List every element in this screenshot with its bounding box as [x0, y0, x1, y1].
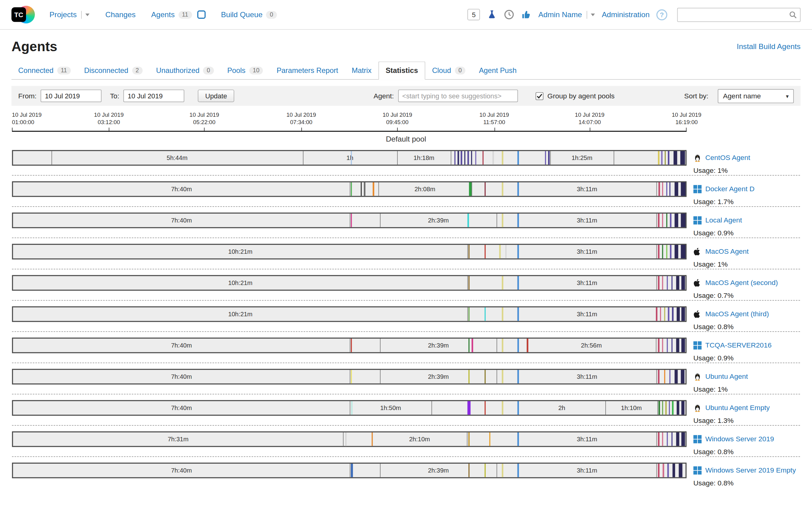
tab-disconnected[interactable]: Disconnected2 [78, 62, 149, 79]
build-stripe[interactable] [468, 307, 469, 321]
tab-pools[interactable]: Pools10 [221, 62, 270, 79]
build-stripe[interactable] [659, 182, 660, 196]
agent-name-link[interactable]: Docker Agent D [705, 184, 755, 194]
build-stripe[interactable] [468, 276, 469, 290]
agent-name-link[interactable]: MacOS Agent (third) [705, 309, 769, 319]
tab-matrix[interactable]: Matrix [345, 62, 378, 79]
build-stripe[interactable] [658, 370, 659, 383]
build-stripe[interactable] [668, 307, 669, 321]
build-stripe[interactable] [505, 245, 506, 258]
build-stripe[interactable] [664, 307, 665, 321]
build-stripe[interactable] [658, 245, 659, 258]
build-stripe[interactable] [471, 339, 473, 352]
build-stripe[interactable] [673, 151, 677, 165]
build-stripe[interactable] [502, 370, 503, 383]
build-stripe[interactable] [468, 464, 469, 477]
agent-name-link[interactable]: Windows Server 2019 Empty [705, 465, 796, 475]
build-stripe[interactable] [671, 432, 673, 446]
build-stripe[interactable] [518, 307, 519, 321]
tab-connected[interactable]: Connected11 [11, 62, 77, 79]
thumbs-up-icon[interactable] [521, 9, 531, 20]
build-stripe[interactable] [351, 339, 352, 352]
build-stripe[interactable] [673, 464, 675, 477]
build-stripe[interactable] [502, 307, 503, 321]
build-stripe[interactable] [518, 182, 519, 196]
build-stripe[interactable] [677, 307, 680, 321]
agent-name-link[interactable]: TCQA-SERVER2016 [705, 341, 772, 350]
group-by-pools-checkbox[interactable] [535, 92, 544, 100]
build-stripe[interactable] [682, 276, 685, 290]
build-stripe[interactable] [351, 370, 352, 383]
build-stripe[interactable] [681, 214, 686, 227]
build-stripe[interactable] [662, 276, 663, 290]
search-input[interactable] [677, 8, 801, 22]
nav-item-projects[interactable]: Projects [50, 10, 90, 19]
agent-name-link[interactable]: Ubuntu Agent [705, 372, 748, 381]
build-stripe[interactable] [464, 151, 465, 165]
build-stripe[interactable] [664, 370, 665, 383]
build-stripe[interactable] [660, 307, 661, 321]
build-stripe[interactable] [468, 245, 469, 258]
build-stripe[interactable] [666, 245, 667, 258]
build-stripe[interactable] [682, 339, 685, 352]
help-icon[interactable]: ? [657, 9, 667, 20]
build-stripe[interactable] [663, 464, 664, 477]
build-stripe[interactable] [662, 245, 663, 258]
build-stripe[interactable] [454, 151, 455, 165]
build-stripe[interactable] [471, 151, 472, 165]
build-stripe[interactable] [518, 151, 519, 165]
build-stripe[interactable] [502, 401, 503, 415]
build-stripe[interactable] [484, 401, 486, 415]
build-stripe[interactable] [518, 245, 519, 258]
build-stripe[interactable] [659, 401, 660, 415]
nav-item-agents[interactable]: Agents11 [151, 10, 205, 19]
agent-name-link[interactable]: Local Agent [705, 215, 742, 225]
build-stripe[interactable] [468, 339, 469, 352]
build-stripe[interactable] [484, 307, 486, 321]
build-stripe[interactable] [502, 464, 503, 477]
sort-by-select[interactable]: Agent name ▼ [718, 89, 794, 103]
to-date-input[interactable] [123, 89, 184, 102]
agent-name-link[interactable]: MacOS Agent [705, 247, 749, 256]
build-stripe[interactable] [656, 307, 657, 321]
build-stripe[interactable] [658, 339, 659, 352]
build-stripe[interactable] [662, 339, 663, 352]
build-stripe[interactable] [468, 214, 469, 227]
tab-statistics[interactable]: Statistics [378, 62, 425, 80]
running-builds-badge[interactable]: 5 [468, 9, 480, 20]
build-stripe[interactable] [351, 464, 353, 477]
build-stripe[interactable] [667, 432, 668, 446]
build-stripe[interactable] [469, 182, 472, 196]
search-icon[interactable] [789, 11, 797, 20]
build-stripe[interactable] [468, 401, 471, 415]
build-stripe[interactable] [518, 339, 519, 352]
build-stripe[interactable] [658, 464, 659, 477]
install-build-agents-link[interactable]: Install Build Agents [737, 42, 800, 51]
build-stripe[interactable] [680, 151, 685, 165]
build-stripe[interactable] [666, 182, 667, 196]
build-stripe[interactable] [468, 432, 469, 446]
build-stripe[interactable] [502, 182, 503, 196]
build-stripe[interactable] [669, 370, 671, 383]
build-stripe[interactable] [475, 151, 476, 165]
build-stripe[interactable] [675, 214, 678, 227]
tab-agent-push[interactable]: Agent Push [472, 62, 523, 79]
build-stripe[interactable] [371, 432, 373, 446]
build-stripe[interactable] [364, 182, 365, 196]
build-stripe[interactable] [518, 370, 519, 383]
build-stripe[interactable] [667, 339, 668, 352]
build-stripe[interactable] [668, 151, 669, 165]
build-stripe[interactable] [484, 182, 486, 196]
build-stripe[interactable] [677, 401, 679, 415]
build-stripe[interactable] [676, 276, 679, 290]
build-stripe[interactable] [499, 245, 500, 258]
build-stripe[interactable] [502, 214, 503, 227]
build-stripe[interactable] [671, 276, 673, 290]
build-stripe[interactable] [666, 214, 667, 227]
build-stripe[interactable] [518, 432, 519, 446]
update-button[interactable]: Update [198, 89, 234, 102]
build-stripe[interactable] [667, 276, 668, 290]
nav-item-changes[interactable]: Changes [105, 10, 136, 19]
teamcity-logo[interactable]: TC [11, 4, 35, 25]
build-stripe[interactable] [681, 245, 686, 258]
